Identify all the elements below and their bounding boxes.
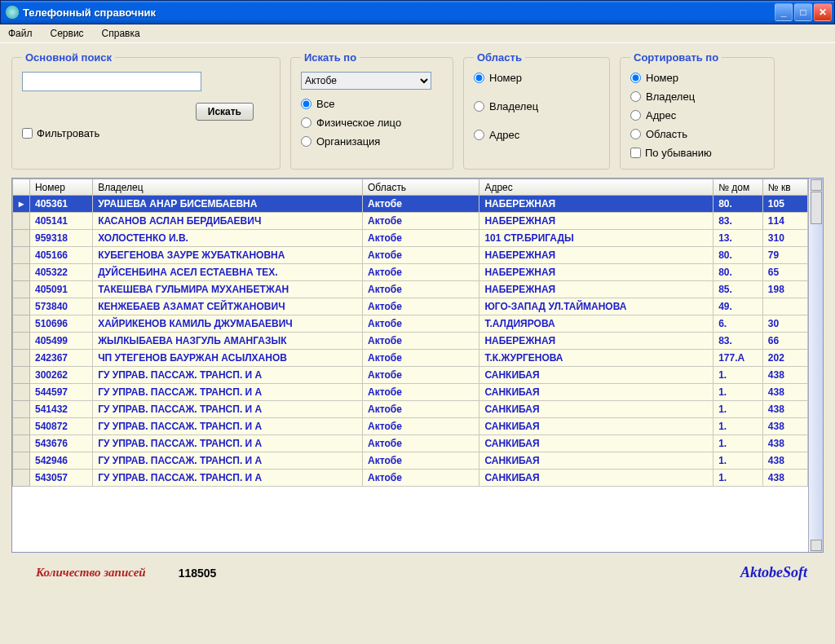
row-indicator [13,264,30,281]
cell-number: 510696 [29,315,92,333]
row-indicator [13,350,30,367]
area-address-radio[interactable] [474,130,484,140]
cell-address: САНКИБАЯ [479,470,714,487]
cell-address: Т.АЛДИЯРОВА [479,315,714,333]
cell-address: 101 СТР.БРИГАДЫ [479,230,714,247]
cell-house: 83. [714,333,763,350]
area-number-radio[interactable] [474,73,484,83]
area-number-label: Номер [489,72,522,84]
row-indicator [13,401,30,418]
table-row[interactable]: 405166КУБЕГЕНОВА ЗАУРЕ ЖУБАТКАНОВНААктоб… [13,247,808,264]
searchby-person-radio[interactable] [301,117,311,128]
close-button[interactable]: ✕ [814,3,832,21]
cell-apt: 114 [762,213,807,230]
scroll-thumb[interactable] [811,192,822,224]
menu-file[interactable]: Файл [5,26,36,41]
cell-house: 80. [714,196,763,213]
cell-number: 405322 [29,264,92,281]
cell-house: 80. [714,264,763,281]
cell-region: Актобе [363,470,479,487]
menu-help[interactable]: Справка [99,26,144,41]
col-house[interactable]: № дом [714,179,763,196]
searchby-all-radio[interactable] [301,99,311,109]
region-select[interactable]: Актобе [301,72,431,90]
table-row[interactable]: 405499ЖЫЛКЫБАЕВА НАЗГУЛЬ АМАНГАЗЫКАктобе… [13,333,808,350]
table-row[interactable]: 573840КЕНЖЕБАЕВ АЗАМАТ СЕЙТЖАНОВИЧАктобе… [13,298,808,315]
table-row[interactable]: 541432ГУ УПРАВ. ПАССАЖ. ТРАНСП. И ААктоб… [13,401,808,418]
table-row[interactable]: 405091ТАКЕШЕВА ГУЛЬМИРА МУХАНБЕТЖАНАктоб… [13,281,808,298]
cell-region: Актобе [363,384,479,401]
vertical-scrollbar[interactable] [808,179,823,552]
searchby-legend: Искать по [301,51,360,64]
table-row[interactable]: 510696ХАЙРИКЕНОВ КАМИЛЬ ДЖУМАБАЕВИЧАктоб… [13,315,808,333]
cell-house: 1. [714,401,763,418]
table-row[interactable]: 242367ЧП УТЕГЕНОВ БАУРЖАН АСЫЛХАНОВАктоб… [13,350,808,367]
col-region[interactable]: Область [363,179,479,196]
cell-house: 1. [714,367,763,384]
cell-house: 80. [714,247,763,264]
col-apt[interactable]: № кв [762,179,807,196]
row-indicator [13,281,30,298]
sort-desc-checkbox[interactable] [630,148,641,158]
table-row[interactable]: 405141КАСАНОВ АСЛАН БЕРДИБАЕВИЧАктобеНАБ… [13,213,808,230]
col-selector[interactable] [13,179,30,196]
filter-label: Фильтровать [37,127,99,139]
cell-number: 242367 [29,350,92,367]
cell-region: Актобе [363,196,479,213]
cell-region: Актобе [363,281,479,298]
cell-number: 405361 [29,196,92,213]
cell-region: Актобе [363,247,479,264]
scroll-down-arrow-icon[interactable] [811,540,822,551]
sort-owner-radio[interactable] [630,91,641,102]
table-row[interactable]: 405322ДУЙСЕНБИНА АСЕЛ ЕСТАЕВНА ТЕХ.Актоб… [13,264,808,281]
maximize-button[interactable]: □ [794,3,812,21]
table-row[interactable]: 543676ГУ УПРАВ. ПАССАЖ. ТРАНСП. И ААктоб… [13,435,808,452]
search-button[interactable]: Искать [196,103,254,121]
sort-address-radio[interactable] [630,110,641,121]
cell-address: НАБЕРЕЖНАЯ [479,333,714,350]
window-title: Телефонный справочник [23,7,775,19]
table-row[interactable]: 540872ГУ УПРАВ. ПАССАЖ. ТРАНСП. И ААктоб… [13,418,808,435]
col-address[interactable]: Адрес [479,179,714,196]
cell-owner: КУБЕГЕНОВА ЗАУРЕ ЖУБАТКАНОВНА [93,247,363,264]
cell-owner: ХОЛОСТЕНКО И.В. [93,230,363,247]
cell-owner: ТАКЕШЕВА ГУЛЬМИРА МУХАНБЕТЖАН [93,281,363,298]
minimize-button[interactable]: _ [775,3,793,21]
cell-owner: ГУ УПРАВ. ПАССАЖ. ТРАНСП. И А [93,435,363,452]
table-row[interactable]: 300262ГУ УПРАВ. ПАССАЖ. ТРАНСП. И ААктоб… [13,367,808,384]
cell-owner: КАСАНОВ АСЛАН БЕРДИБАЕВИЧ [93,213,363,230]
col-number[interactable]: Номер [29,179,92,196]
cell-number: 405091 [29,281,92,298]
search-input[interactable] [22,72,201,91]
cell-owner: ЧП УТЕГЕНОВ БАУРЖАН АСЫЛХАНОВ [93,350,363,367]
table-row[interactable]: 544597ГУ УПРАВ. ПАССАЖ. ТРАНСП. И ААктоб… [13,384,808,401]
cell-region: Актобе [363,367,479,384]
area-group: Область Номер Владелец Адрес [463,51,610,170]
window-controls: _ □ ✕ [775,3,832,21]
area-legend: Область [474,51,525,64]
searchby-org-label: Организация [316,135,380,148]
filter-checkbox[interactable] [22,128,33,139]
cell-number: 542946 [29,452,92,470]
searchby-org-radio[interactable] [301,136,311,147]
cell-owner: ХАЙРИКЕНОВ КАМИЛЬ ДЖУМАБАЕВИЧ [93,315,363,333]
table-row[interactable]: 543057ГУ УПРАВ. ПАССАЖ. ТРАНСП. И ААктоб… [13,470,808,487]
col-owner[interactable]: Владелец [93,179,363,196]
menu-service[interactable]: Сервис [47,26,87,41]
table-row[interactable]: 959318ХОЛОСТЕНКО И.В.Актобе101 СТР.БРИГА… [13,230,808,247]
sort-region-radio[interactable] [630,129,641,139]
area-owner-radio[interactable] [474,101,484,112]
cell-apt: 105 [762,196,807,213]
cell-apt: 438 [762,435,807,452]
cell-owner: ГУ УПРАВ. ПАССАЖ. ТРАНСП. И А [93,401,363,418]
cell-owner: ДУЙСЕНБИНА АСЕЛ ЕСТАЕВНА ТЕХ. [93,264,363,281]
scroll-up-arrow-icon[interactable] [811,179,822,191]
search-group: Основной поиск Искать Фильтровать [11,51,281,170]
sort-number-radio[interactable] [630,73,641,83]
cell-apt: 438 [762,384,807,401]
record-count-value: 118505 [179,567,217,580]
table-row[interactable]: 542946ГУ УПРАВ. ПАССАЖ. ТРАНСП. И ААктоб… [13,452,808,470]
cell-number: 300262 [29,367,92,384]
cell-address: САНКИБАЯ [479,435,714,452]
table-row[interactable]: ▸405361УРАШЕВА АНАР БИСЕМБАЕВНААктобеНАБ… [13,196,808,213]
